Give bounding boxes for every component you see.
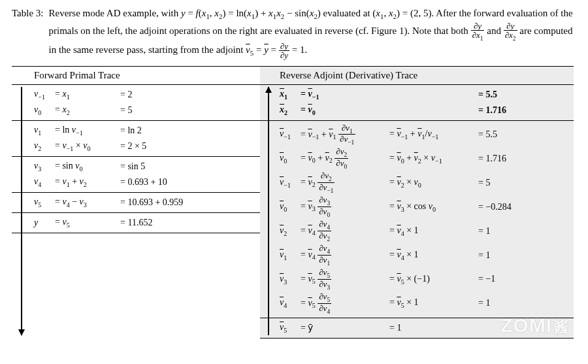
expr-cell: = v5 ∂v5∂v3 [301, 268, 389, 291]
table-row: v0= v0 + v2 ∂v2∂v0= v0 + v2 × v−1= 1.716 [260, 146, 574, 171]
table-row: v4= v5 ∂v5∂v4= v5 × 1= 1 [260, 291, 574, 316]
value-cell: = 1 [478, 250, 567, 261]
table-row: v2= v4 ∂v4∂v2= v4 × 1= 1 [260, 219, 574, 243]
value-cell: = 5 [478, 178, 567, 188]
table-row: v−1= v2 ∂v2∂v−1= v2 × v0= 5 [260, 171, 574, 195]
expr-cell: = v−1 × v0 [55, 141, 120, 152]
down-arrow-icon [21, 87, 22, 335]
watermark-text: ZOMI酱 [500, 314, 570, 337]
table-label: Table 3: [12, 7, 49, 59]
expr-cell: = v0 + v2 ∂v2∂v0 [301, 147, 389, 170]
value-cell: = 0.693 + 10 [120, 177, 256, 188]
var-cell: x1 [280, 89, 301, 101]
expr-cell: = v−1 + v1 ∂v1∂v−1 [301, 124, 389, 146]
var-cell: v3 [34, 161, 55, 173]
up-arrow-icon [268, 87, 269, 335]
var-cell: v2 [280, 225, 301, 237]
var-cell: v4 [34, 176, 55, 188]
mid-cell: = v5 × 1 [389, 297, 478, 309]
var-cell: v3 [280, 274, 301, 286]
var-cell: v1 [34, 125, 55, 137]
value-cell: = sin 5 [120, 161, 256, 172]
expr-cell: = v0 [301, 105, 389, 116]
var-cell: v−1 [280, 177, 301, 189]
value-cell: = 1 [478, 226, 567, 237]
table-row: v2= v−1 × v0= 2 × 5 [12, 139, 260, 154]
var-cell: v0 [280, 153, 301, 165]
table-row: v−1= x1= 2 [12, 87, 260, 103]
reverse-trace-table: Reverse Adjoint (Derivative) Trace x1= v… [260, 66, 574, 339]
var-cell: v0 [280, 201, 301, 213]
table-row: v−1= v−1 + v1 ∂v1∂v−1= v−1 + v1/v−1= 5.5 [260, 123, 574, 147]
value-cell: = 1.716 [478, 154, 567, 164]
expr-cell: = v1 + v2 [55, 176, 120, 188]
mid-cell: = v−1 + v1/v−1 [389, 129, 478, 141]
expr-cell: = v−1 [301, 89, 389, 101]
table-row: v3= v5 ∂v5∂v3= v5 × (−1)= −1 [260, 267, 574, 291]
forward-header: Forward Primal Trace [12, 66, 260, 85]
table-row: x1= v−1= 5.5 [260, 87, 574, 103]
var-cell: y [34, 218, 55, 228]
var-cell: v4 [280, 297, 301, 309]
value-cell: = ln 2 [120, 125, 256, 136]
mid-cell: = v5 × (−1) [389, 274, 478, 286]
mid-cell: = v4 × 1 [389, 225, 478, 237]
table-row: v1= v4 ∂v4∂v1= v4 × 1= 1 [260, 243, 574, 267]
value-cell: = 11.652 [120, 218, 256, 228]
table-caption-text: Reverse mode AD example, with y = f(x1, … [49, 7, 576, 59]
value-cell: = 1.716 [478, 105, 567, 116]
reverse-header: Reverse Adjoint (Derivative) Trace [260, 66, 574, 85]
expr-cell: = v4 ∂v4∂v1 [301, 244, 389, 267]
mid-cell: = v3 × cos v0 [389, 201, 478, 213]
table-row: x2= v0= 1.716 [260, 103, 574, 118]
mid-cell: = v2 × v0 [389, 177, 478, 189]
var-cell: v−1 [34, 89, 55, 101]
expr-cell: = x2 [55, 105, 120, 116]
mid-cell: = v4 × 1 [389, 250, 478, 261]
table-caption: Table 3: Reverse mode AD example, with y… [12, 7, 576, 59]
expr-cell: = v5 [55, 217, 120, 229]
value-cell: = 1 [478, 298, 567, 308]
mid-cell: = 1 [389, 323, 478, 333]
table-row: v0= v3 ∂v3∂v0= v3 × cos v0= −0.284 [260, 195, 574, 219]
expr-cell: = v2 ∂v2∂v−1 [301, 171, 389, 194]
var-cell: v0 [34, 105, 55, 116]
expr-cell: = ln v−1 [55, 125, 120, 137]
value-cell: = 2 × 5 [120, 141, 256, 152]
expr-cell: = ȳ [301, 322, 389, 333]
var-cell: v−1 [280, 129, 301, 141]
tables-container: Forward Primal Trace v−1= x1= 2v0= x2= 5… [12, 66, 576, 339]
value-cell: = 2 [120, 90, 256, 100]
value-cell: = 10.693 + 0.959 [120, 197, 256, 208]
expr-cell: = v4 − v3 [55, 197, 120, 208]
table-row: v5= v4 − v3= 10.693 + 0.959 [12, 195, 260, 210]
var-cell: v1 [280, 250, 301, 261]
var-cell: x2 [280, 105, 301, 116]
table-row: v3= sin v0= sin 5 [12, 159, 260, 174]
mid-cell: = v0 + v2 × v−1 [389, 153, 478, 165]
var-cell: v5 [280, 322, 301, 334]
table-row: v0= x2= 5 [12, 103, 260, 118]
table-row: v1= ln v−1= ln 2 [12, 123, 260, 139]
forward-trace-table: Forward Primal Trace v−1= x1= 2v0= x2= 5… [12, 66, 260, 339]
value-cell: = 5.5 [478, 129, 567, 140]
value-cell: = −0.284 [478, 202, 567, 212]
expr-cell: = v3 ∂v3∂v0 [301, 195, 389, 218]
value-cell: = −1 [478, 274, 567, 284]
table-row: v4= v1 + v2= 0.693 + 10 [12, 174, 260, 190]
value-cell: = 5.5 [478, 90, 567, 100]
expr-cell: = v5 ∂v5∂v4 [301, 292, 389, 315]
expr-cell: = x1 [55, 89, 120, 101]
expr-cell: = sin v0 [55, 161, 120, 173]
expr-cell: = v4 ∂v4∂v2 [301, 220, 389, 242]
value-cell: = 5 [120, 105, 256, 116]
var-cell: v2 [34, 141, 55, 152]
table-row: y= v5= 11.652 [12, 215, 260, 231]
var-cell: v5 [34, 197, 55, 208]
